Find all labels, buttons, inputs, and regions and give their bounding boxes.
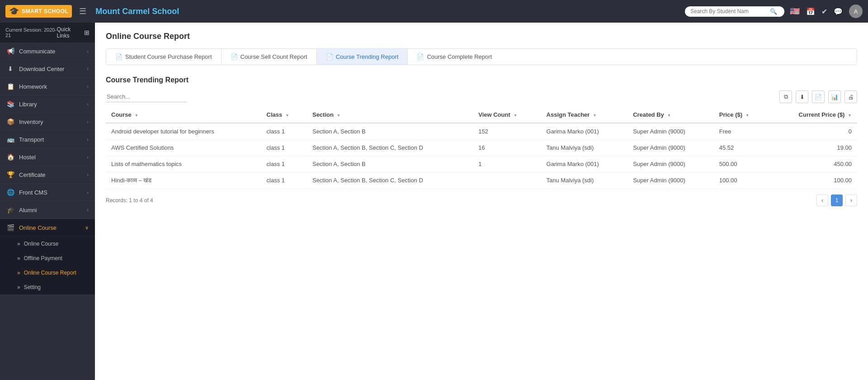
table-search xyxy=(106,91,187,102)
col-header-assign-teacher[interactable]: Assign Teacher ▼ xyxy=(541,107,628,123)
sidebar-item-transport[interactable]: 🚌 Transport › xyxy=(0,131,95,148)
inventory-icon: 📦 xyxy=(6,118,14,125)
homework-icon: 📋 xyxy=(6,83,14,90)
table-row: Android developer tutorial for beginners… xyxy=(106,123,857,140)
chevron-download: › xyxy=(87,66,89,71)
cell-created-by-0: Super Admin (9000) xyxy=(627,123,714,140)
sidebar-label-library: Library xyxy=(19,101,82,108)
sidebar-item-alumni[interactable]: 🎓 Alumni › xyxy=(0,201,95,219)
pagination-page-1[interactable]: 1 xyxy=(831,195,843,206)
cell-price-3: 100.00 xyxy=(714,172,770,189)
main-layout: Current Session: 2020-21 Quick Links ⊞ 📢… xyxy=(0,23,868,380)
export-pdf-button[interactable]: 📊 xyxy=(828,90,841,103)
sidebar-sub-online-course[interactable]: » Online Course xyxy=(0,237,95,251)
cell-section-2: Section A, Section B xyxy=(307,156,473,172)
sidebar-label-front-cms: Front CMS xyxy=(19,189,82,196)
report-tabs: 📄 Student Course Purchase Report 📄 Cours… xyxy=(106,48,857,65)
tab-icon-sell: 📄 xyxy=(231,53,238,60)
sidebar-item-certificate[interactable]: 🏆 Certificate › xyxy=(0,166,95,184)
sidebar-item-download-center[interactable]: ⬇ Download Center › xyxy=(0,60,95,78)
col-header-current-price[interactable]: Current Price ($) ▼ xyxy=(770,107,857,123)
sidebar-sub-offline-payment[interactable]: » Offline Payment xyxy=(0,251,95,266)
cell-created-by-1: Super Admin (9000) xyxy=(627,140,714,156)
cell-created-by-2: Super Admin (9000) xyxy=(627,156,714,172)
quick-links[interactable]: Quick Links ⊞ xyxy=(57,26,90,39)
sidebar-label-hostel: Hostel xyxy=(19,154,82,161)
sort-view-count: ▼ xyxy=(513,113,517,118)
whatsapp-icon[interactable]: 💬 xyxy=(834,7,843,16)
cell-current-price-0: 0 xyxy=(770,123,857,140)
sidebar-item-hostel[interactable]: 🏠 Hostel › xyxy=(0,148,95,166)
tab-course-trending[interactable]: 📄 Course Trending Report xyxy=(317,49,408,65)
table-row: AWS Certified Solutions class 1 Section … xyxy=(106,140,857,156)
cell-current-price-2: 450.00 xyxy=(770,156,857,172)
bullet-online-course-report: » xyxy=(17,270,20,276)
user-avatar[interactable]: A xyxy=(849,5,863,18)
export-print-button[interactable]: 🖨 xyxy=(844,90,857,103)
sidebar-item-homework[interactable]: 📋 Homework › xyxy=(0,78,95,95)
pagination-prev[interactable]: ‹ xyxy=(816,195,828,206)
communicate-icon: 📢 xyxy=(6,48,14,55)
chevron-online-course: ∨ xyxy=(85,225,89,231)
col-header-course[interactable]: Course ▼ xyxy=(106,107,261,123)
main-content: Online Course Report 📄 Student Course Pu… xyxy=(95,23,868,380)
page-title: Online Course Report xyxy=(106,32,857,41)
chevron-homework: › xyxy=(87,84,89,89)
sort-course: ▼ xyxy=(134,113,138,118)
nav-icons-group: 🇺🇸 📅 ✔ 💬 A xyxy=(790,5,863,18)
cell-assign-teacher-1: Tanu Malviya (sdi) xyxy=(541,140,628,156)
chevron-hostel: › xyxy=(87,154,89,160)
tab-icon-complete: 📄 xyxy=(417,53,424,60)
sidebar-label-inventory: Inventory xyxy=(19,119,82,125)
table-row: Lists of mathematics topics class 1 Sect… xyxy=(106,156,857,172)
tab-student-course-purchase[interactable]: 📄 Student Course Purchase Report xyxy=(106,49,222,65)
hamburger-menu[interactable]: ☰ xyxy=(79,6,86,16)
sidebar-item-front-cms[interactable]: 🌐 Front CMS › xyxy=(0,184,95,201)
export-icons: ⧉ ⬇ 📄 📊 🖨 xyxy=(779,90,857,103)
col-header-section[interactable]: Section ▼ xyxy=(307,107,473,123)
sidebar-item-library[interactable]: 📚 Library › xyxy=(0,95,95,113)
col-header-class[interactable]: Class ▼ xyxy=(261,107,307,123)
table-search-input[interactable] xyxy=(106,91,187,102)
cell-view-count-3 xyxy=(473,172,541,189)
global-search-input[interactable] xyxy=(690,8,767,14)
calendar-icon[interactable]: 📅 xyxy=(806,7,815,16)
export-csv-button[interactable]: 📄 xyxy=(812,90,825,103)
hostel-icon: 🏠 xyxy=(6,153,14,161)
tasks-icon[interactable]: ✔ xyxy=(821,7,827,16)
sidebar-label-certificate: Certificate xyxy=(19,171,82,178)
app-logo[interactable]: 🎓 SMART SCHOOL xyxy=(5,5,72,18)
col-header-created-by[interactable]: Created By ▼ xyxy=(627,107,714,123)
sidebar-item-inventory[interactable]: 📦 Inventory › xyxy=(0,113,95,131)
cell-view-count-1: 16 xyxy=(473,140,541,156)
sidebar-item-communicate[interactable]: 📢 Communicate › xyxy=(0,43,95,60)
tab-course-complete[interactable]: 📄 Course Complete Report xyxy=(408,49,501,65)
cell-class-2: class 1 xyxy=(261,156,307,172)
sidebar: Current Session: 2020-21 Quick Links ⊞ 📢… xyxy=(0,23,95,380)
cell-created-by-3: Super Admin (9000) xyxy=(627,172,714,189)
tab-icon-student: 📄 xyxy=(115,53,123,60)
cell-class-1: class 1 xyxy=(261,140,307,156)
alumni-icon: 🎓 xyxy=(6,206,14,214)
sidebar-label-transport: Transport xyxy=(19,136,82,143)
cell-view-count-0: 152 xyxy=(473,123,541,140)
export-copy-button[interactable]: ⧉ xyxy=(779,90,792,103)
cell-course-2: Lists of mathematics topics xyxy=(106,156,261,172)
sidebar-item-online-course[interactable]: 🎬 Online Course ∨ xyxy=(0,219,95,237)
tab-icon-trending: 📄 xyxy=(326,53,333,60)
cell-section-0: Section A, Section B xyxy=(307,123,473,140)
sidebar-sub-online-course-report[interactable]: » Online Course Report xyxy=(0,266,95,280)
cell-course-0: Android developer tutorial for beginners xyxy=(106,123,261,140)
library-icon: 📚 xyxy=(6,100,14,108)
col-header-view-count[interactable]: View Count ▼ xyxy=(473,107,541,123)
grid-icon[interactable]: ⊞ xyxy=(84,29,90,36)
pagination-next[interactable]: › xyxy=(845,195,857,206)
cell-current-price-1: 19.00 xyxy=(770,140,857,156)
global-search-box: 🔍 xyxy=(685,6,784,17)
sidebar-sub-setting[interactable]: » Setting xyxy=(0,280,95,294)
col-header-price[interactable]: Price ($) ▼ xyxy=(714,107,770,123)
tab-course-sell-count[interactable]: 📄 Course Sell Count Report xyxy=(222,49,317,65)
export-excel-button[interactable]: ⬇ xyxy=(796,90,808,103)
course-trending-table: Course ▼ Class ▼ Section ▼ View Count ▼ xyxy=(106,107,857,189)
language-flag-icon[interactable]: 🇺🇸 xyxy=(790,6,800,16)
